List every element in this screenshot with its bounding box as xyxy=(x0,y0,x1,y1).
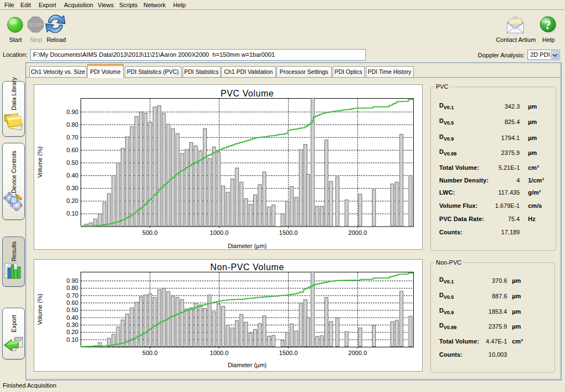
svg-text:?: ? xyxy=(545,18,551,32)
svg-text:0.40: 0.40 xyxy=(67,314,78,321)
svg-text:0.60: 0.60 xyxy=(67,299,78,306)
svg-text:Non-PVC Volume: Non-PVC Volume xyxy=(210,262,284,272)
svg-text:0.50: 0.50 xyxy=(67,307,78,313)
svg-text:2000.0: 2000.0 xyxy=(348,350,367,356)
svg-text:0.70: 0.70 xyxy=(67,134,78,141)
svg-text:0.90: 0.90 xyxy=(67,277,78,284)
svg-text:2000.0: 2000.0 xyxy=(348,229,367,236)
svg-text:Diameter (µm): Diameter (µm) xyxy=(228,243,267,249)
svg-text:0.60: 0.60 xyxy=(67,147,78,153)
svg-text:1000.0: 1000.0 xyxy=(210,350,228,356)
svg-text:STOP: STOP xyxy=(29,22,42,28)
svg-text:0.80: 0.80 xyxy=(67,121,78,128)
svg-text:0.20: 0.20 xyxy=(67,329,78,335)
svg-text:0.40: 0.40 xyxy=(67,172,78,179)
svg-text:1500.0: 1500.0 xyxy=(279,229,298,236)
svg-text:1500.0: 1500.0 xyxy=(279,350,298,356)
svg-text:0.20: 0.20 xyxy=(67,197,78,204)
svg-text:1000.0: 1000.0 xyxy=(210,229,228,236)
svg-text:0.90: 0.90 xyxy=(67,109,78,115)
svg-text:Diameter (µm): Diameter (µm) xyxy=(228,362,267,368)
svg-text:0.10: 0.10 xyxy=(67,336,78,343)
svg-text:500.0: 500.0 xyxy=(142,229,158,236)
svg-text:0.30: 0.30 xyxy=(67,321,78,328)
svg-text:0.50: 0.50 xyxy=(67,159,78,166)
svg-text:0.10: 0.10 xyxy=(67,210,78,217)
svg-text:0.80: 0.80 xyxy=(67,284,78,291)
svg-text:500.0: 500.0 xyxy=(142,350,158,356)
svg-text:0.30: 0.30 xyxy=(67,185,78,191)
svg-text:Volume (%): Volume (%) xyxy=(36,294,43,325)
svg-text:PVC Volume: PVC Volume xyxy=(221,89,274,98)
svg-text:Volume (%): Volume (%) xyxy=(36,147,43,178)
svg-text:0.70: 0.70 xyxy=(67,292,78,299)
